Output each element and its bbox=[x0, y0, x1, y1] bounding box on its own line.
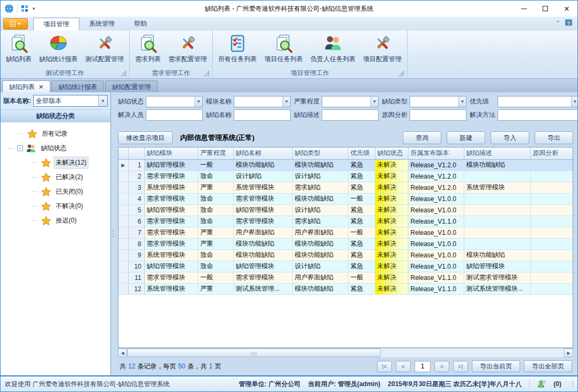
cell[interactable] bbox=[530, 171, 573, 182]
cell[interactable]: Release_V1.2.0 bbox=[408, 182, 464, 193]
row-indicator[interactable] bbox=[118, 227, 128, 238]
cell[interactable]: 未解决 bbox=[375, 204, 408, 216]
close-button[interactable]: ✕ bbox=[556, 1, 577, 17]
cell[interactable]: 一般 bbox=[348, 272, 375, 283]
close-tab-icon[interactable]: ✕ bbox=[39, 82, 43, 92]
cell[interactable]: 紧急 bbox=[348, 261, 375, 272]
cell[interactable]: 缺陷管理模块 bbox=[464, 261, 530, 272]
cell[interactable]: 缺陷管理模块 bbox=[233, 261, 292, 272]
quick-access-grid-icon[interactable] bbox=[21, 5, 28, 12]
export-all-pages-button[interactable]: 导出全部页 bbox=[524, 360, 572, 372]
column-header[interactable]: 缺陷状态 bbox=[375, 147, 408, 159]
filter-value-input[interactable] bbox=[498, 110, 578, 120]
document-tab[interactable]: 缺陷列表✕ bbox=[2, 80, 50, 92]
dialog-launcher-icon[interactable]: ◿ bbox=[398, 71, 404, 76]
row-number[interactable]: 7 bbox=[128, 227, 144, 238]
filter-input[interactable] bbox=[410, 109, 466, 121]
cell[interactable]: 设计缺陷 bbox=[233, 171, 292, 182]
cell[interactable]: 一般 bbox=[198, 272, 233, 283]
chevron-down-icon[interactable]: ▼ bbox=[458, 97, 466, 107]
cell[interactable] bbox=[464, 193, 530, 204]
cell[interactable] bbox=[530, 261, 573, 272]
tree-item[interactable]: 已关闭(0) bbox=[1, 184, 110, 199]
cell[interactable] bbox=[464, 216, 530, 227]
cell[interactable]: 用户界面缺陷 bbox=[292, 227, 348, 238]
row-indicator[interactable] bbox=[118, 216, 128, 227]
scroll-right-icon[interactable]: ▶ bbox=[564, 349, 573, 357]
resize-grip[interactable] bbox=[572, 381, 573, 387]
row-number[interactable]: 12 bbox=[128, 283, 144, 294]
chevron-down-icon[interactable]: ▼ bbox=[571, 97, 578, 107]
cell[interactable]: 严重 bbox=[198, 182, 233, 193]
table-row[interactable]: 11需求管理模块一般需求管理模块用户界面缺陷一般未解决Release_V1.1.… bbox=[118, 272, 573, 283]
row-indicator[interactable]: ▶ bbox=[118, 159, 128, 171]
cell[interactable]: Release_V1.0.0 bbox=[408, 261, 464, 272]
cell[interactable] bbox=[530, 272, 573, 283]
chevron-down-icon[interactable]: ▼ bbox=[370, 97, 378, 107]
dialog-launcher-icon[interactable]: ◿ bbox=[121, 71, 126, 76]
cell[interactable]: 紧急 bbox=[348, 182, 375, 193]
ribbon-tab-2[interactable]: 系统管理 bbox=[79, 18, 124, 31]
row-number[interactable]: 6 bbox=[128, 216, 144, 227]
tree-item[interactable]: 推迟(0) bbox=[1, 213, 110, 228]
export-current-page-button[interactable]: 导出当前页 bbox=[472, 360, 520, 372]
row-number[interactable]: 5 bbox=[128, 204, 144, 216]
cell[interactable]: 系统管理模块 bbox=[144, 249, 198, 261]
cell[interactable]: 模块功能缺陷 bbox=[464, 159, 530, 171]
ribbon-button[interactable]: 负责人任务列表 bbox=[307, 32, 359, 65]
row-number[interactable]: 8 bbox=[128, 238, 144, 249]
row-number[interactable]: 1 bbox=[128, 159, 144, 171]
cell[interactable]: 未解决 bbox=[375, 272, 408, 283]
row-indicator[interactable] bbox=[118, 249, 128, 261]
cell[interactable]: 需求管理模块 bbox=[144, 272, 198, 283]
next-page-button[interactable]: > bbox=[434, 361, 449, 372]
cell[interactable] bbox=[530, 283, 573, 294]
last-page-button[interactable]: >| bbox=[453, 361, 468, 372]
filter-value-input[interactable] bbox=[234, 110, 290, 120]
cell[interactable]: 测试系统管理模块... bbox=[464, 283, 530, 294]
cell[interactable]: 紧急 bbox=[348, 159, 375, 171]
table-row[interactable]: 12系统管理模块严重测试系统管理...模块功能缺陷紧急未解决Release_V1… bbox=[118, 283, 573, 294]
filter-combobox[interactable]: ▼ bbox=[234, 96, 291, 107]
row-number[interactable]: 3 bbox=[128, 182, 144, 193]
cell[interactable]: 未解决 bbox=[375, 261, 408, 272]
cell[interactable]: 需求管理模块 bbox=[144, 227, 198, 238]
ribbon-tab-1[interactable]: 项目管理 bbox=[33, 18, 79, 31]
filter-input[interactable] bbox=[322, 109, 379, 121]
cell[interactable]: Release_V1.0.0 bbox=[408, 227, 464, 238]
column-header[interactable]: 严重程度 bbox=[198, 147, 233, 159]
row-number[interactable]: 11 bbox=[128, 272, 144, 283]
first-page-button[interactable]: |< bbox=[377, 361, 392, 372]
cell[interactable]: 系统管理模块 bbox=[144, 182, 198, 193]
table-row[interactable]: 3系统管理模块严重系统管理模块需求缺陷紧急未解决Release_V1.2.0系统… bbox=[118, 182, 573, 193]
table-row[interactable]: 6需求管理模块致命需求管理模块需求缺陷紧急未解决Release_V1.1.0 bbox=[118, 216, 573, 227]
application-menu-button[interactable]: ▼ bbox=[3, 18, 28, 29]
table-row[interactable]: ▶1缺陷管理模块一般模块功能缺陷模块功能缺陷紧急未解决Release_V1.2.… bbox=[118, 159, 573, 171]
cell[interactable]: 模块功能缺陷 bbox=[292, 238, 348, 249]
row-number[interactable]: 2 bbox=[128, 171, 144, 182]
cell[interactable]: 需求管理模块 bbox=[144, 193, 198, 204]
splitter-handle[interactable] bbox=[111, 92, 115, 375]
cell[interactable]: 一般 bbox=[198, 159, 233, 171]
column-header[interactable]: 所属发布版本 bbox=[408, 147, 464, 159]
filter-input[interactable] bbox=[498, 109, 578, 121]
cell[interactable]: Release_V1.0.0 bbox=[408, 193, 464, 204]
cell[interactable]: 缺陷管理模块 bbox=[233, 204, 292, 216]
cell[interactable]: 需求管理模块 bbox=[233, 216, 292, 227]
row-indicator[interactable] bbox=[118, 272, 128, 283]
cell[interactable]: 致命 bbox=[198, 261, 233, 272]
version-combobox[interactable]: 全部版本 ▼ bbox=[33, 95, 108, 107]
ribbon-button[interactable]: 缺陷列表 bbox=[2, 32, 35, 65]
cell[interactable] bbox=[530, 238, 573, 249]
dialog-launcher-icon[interactable]: ◿ bbox=[204, 71, 209, 76]
cell[interactable]: 模块功能缺陷 bbox=[233, 249, 292, 261]
column-header[interactable]: 优先级 bbox=[348, 147, 375, 159]
collapse-expander-icon[interactable]: − bbox=[17, 145, 23, 151]
ribbon-button[interactable]: 需求配置管理 bbox=[165, 32, 211, 65]
cell[interactable]: 紧急 bbox=[348, 283, 375, 294]
cell[interactable] bbox=[530, 159, 573, 171]
ribbon-button[interactable]: 需求列表 bbox=[131, 32, 165, 65]
cell[interactable]: 模块功能缺陷 bbox=[464, 249, 530, 261]
cell[interactable]: 需求缺陷 bbox=[292, 216, 348, 227]
cell[interactable]: Release_V1.1.0 bbox=[408, 283, 464, 294]
